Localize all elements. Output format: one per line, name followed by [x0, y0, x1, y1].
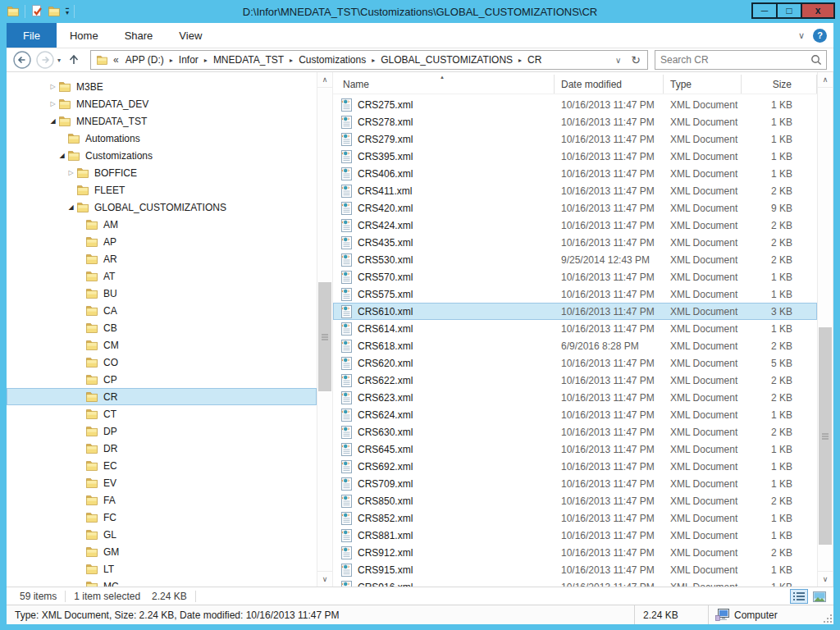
resize-grip[interactable]: [823, 614, 833, 623]
tree-item[interactable]: AR: [7, 250, 317, 267]
breadcrumb-separator-icon[interactable]: ▸: [369, 57, 377, 64]
tab-home[interactable]: Home: [57, 23, 112, 48]
search-input[interactable]: [655, 51, 806, 69]
tree-item[interactable]: ▷ M3BE: [7, 78, 317, 95]
file-row[interactable]: CRS530.xml 9/25/2014 12:43 PM XML Docume…: [333, 251, 817, 268]
back-button[interactable]: [13, 51, 31, 69]
tree-scrollbar[interactable]: ∧ ∨: [317, 72, 333, 587]
file-row[interactable]: CRS275.xml 10/16/2013 11:47 PM XML Docum…: [333, 96, 817, 113]
file-row[interactable]: CRS278.xml 10/16/2013 11:47 PM XML Docum…: [333, 113, 817, 130]
tree-item[interactable]: FA: [7, 491, 317, 509]
tree-item[interactable]: AM: [7, 216, 317, 233]
tree-item[interactable]: CO: [7, 354, 317, 371]
file-row[interactable]: CRS279.xml 10/16/2013 11:47 PM XML Docum…: [333, 130, 817, 148]
breadcrumb-item[interactable]: CR: [524, 54, 545, 66]
breadcrumb-separator-icon[interactable]: ▸: [516, 57, 524, 64]
address-bar[interactable]: « APP (D:) ▸ Infor ▸ MNEDATA_TST ▸: [90, 50, 648, 70]
breadcrumb-item[interactable]: MNEDATA_TST: [210, 54, 287, 66]
help-icon[interactable]: ?: [813, 29, 827, 43]
tab-view[interactable]: View: [166, 23, 215, 48]
file-row[interactable]: CRS435.xml 10/16/2013 11:47 PM XML Docum…: [333, 234, 817, 251]
scroll-up-icon[interactable]: ∧: [818, 72, 833, 88]
file-row[interactable]: CRS624.xml 10/16/2013 11:47 PM XML Docum…: [333, 406, 817, 423]
tree-item[interactable]: CM: [7, 336, 317, 354]
expander-icon[interactable]: ◢: [57, 147, 67, 164]
expander-icon[interactable]: ◢: [48, 112, 58, 130]
file-row[interactable]: CRS620.xml 10/16/2013 11:47 PM XML Docum…: [333, 354, 817, 372]
file-row[interactable]: CRS406.xml 10/16/2013 11:47 PM XML Docum…: [333, 165, 817, 182]
tree-item[interactable]: EV: [7, 474, 317, 491]
tree-item[interactable]: DR: [7, 440, 317, 457]
tree-item[interactable]: ▷ BOFFICE: [7, 164, 317, 181]
file-row[interactable]: CRS630.xml 10/16/2013 11:47 PM XML Docum…: [333, 423, 817, 441]
file-row[interactable]: CRS570.xml 10/16/2013 11:47 PM XML Docum…: [333, 268, 817, 285]
file-scrollbar-thumb[interactable]: [819, 327, 832, 545]
file-row[interactable]: CRS912.xml 10/16/2013 11:47 PM XML Docum…: [333, 544, 817, 561]
file-row[interactable]: CRS852.xml 10/16/2013 11:47 PM XML Docum…: [333, 509, 817, 527]
breadcrumb-separator-icon[interactable]: ▸: [167, 57, 176, 64]
breadcrumb-item[interactable]: Infor: [176, 54, 202, 66]
file-row[interactable]: CRS881.xml 10/16/2013 11:47 PM XML Docum…: [333, 527, 817, 544]
expander-icon[interactable]: ▷: [48, 78, 58, 95]
file-row[interactable]: CRS411.xml 10/16/2013 11:47 PM XML Docum…: [333, 182, 817, 199]
tree-item[interactable]: CP: [7, 371, 317, 388]
column-header-size[interactable]: Size: [742, 75, 817, 94]
tab-share[interactable]: Share: [112, 23, 167, 48]
breadcrumb-overflow-icon[interactable]: «: [108, 54, 122, 66]
tree-item[interactable]: CR: [7, 388, 317, 405]
details-view-button[interactable]: [790, 589, 808, 604]
tree-item[interactable]: FLEET: [7, 181, 317, 199]
breadcrumb-item[interactable]: APP (D:): [122, 54, 167, 66]
new-folder-button-icon[interactable]: [48, 6, 61, 17]
scroll-down-icon[interactable]: ∨: [317, 571, 332, 587]
ribbon-collapse-icon[interactable]: ∨: [798, 30, 805, 41]
file-row[interactable]: CRS645.xml 10/16/2013 11:47 PM XML Docum…: [333, 441, 817, 458]
minimize-button[interactable]: ─: [753, 4, 778, 17]
tab-file[interactable]: File: [7, 23, 57, 48]
file-row[interactable]: CRS395.xml 10/16/2013 11:47 PM XML Docum…: [333, 148, 817, 165]
expander-icon[interactable]: ▷: [66, 164, 76, 181]
tree-item[interactable]: CB: [7, 319, 317, 336]
properties-button-icon[interactable]: [30, 5, 43, 18]
close-button[interactable]: x: [802, 4, 833, 17]
tree-item[interactable]: ◢ MNEDATA_TST: [7, 112, 317, 130]
expander-icon[interactable]: ▷: [48, 95, 58, 112]
scroll-up-icon[interactable]: ∧: [317, 72, 332, 88]
up-button[interactable]: [64, 53, 84, 66]
file-list-scrollbar[interactable]: ∧ ∨: [817, 72, 833, 587]
tree-item[interactable]: ▷ MNEDATA_DEV: [7, 95, 317, 112]
search-icon[interactable]: [806, 54, 826, 66]
file-row[interactable]: CRS575.xml 10/16/2013 11:47 PM XML Docum…: [333, 285, 817, 303]
scroll-down-icon[interactable]: ∨: [818, 571, 833, 587]
recent-locations-dropdown-icon[interactable]: ▾: [57, 57, 61, 64]
column-header-type[interactable]: Type: [664, 75, 742, 94]
tree-item[interactable]: ◢ GLOBAL_CUSTOMIZATIONS: [7, 199, 317, 216]
tree-scrollbar-thumb[interactable]: [318, 282, 331, 391]
tree-item[interactable]: GL: [7, 526, 317, 543]
large-icons-view-button[interactable]: [810, 589, 829, 604]
file-row[interactable]: CRS610.xml 10/16/2013 11:47 PM XML Docum…: [333, 303, 817, 320]
file-row[interactable]: CRS916.xml 10/16/2013 11:47 PM XML Docum…: [333, 578, 817, 587]
tree-item[interactable]: LT: [7, 560, 317, 578]
tree-item[interactable]: AT: [7, 267, 317, 285]
tree-item[interactable]: DP: [7, 422, 317, 440]
tree-item[interactable]: BU: [7, 285, 317, 302]
maximize-button[interactable]: □: [778, 4, 802, 17]
tree-item[interactable]: ◢ Customizations: [7, 147, 317, 164]
explorer-folder-icon[interactable]: [7, 6, 20, 17]
tree-item[interactable]: CA: [7, 302, 317, 319]
file-row[interactable]: CRS614.xml 10/16/2013 11:47 PM XML Docum…: [333, 320, 817, 337]
tree-item[interactable]: Automations: [7, 130, 317, 147]
file-row[interactable]: CRS692.xml 10/16/2013 11:47 PM XML Docum…: [333, 458, 817, 475]
address-folder-icon[interactable]: [96, 55, 108, 66]
file-row[interactable]: CRS618.xml 6/9/2016 8:28 PM XML Document…: [333, 337, 817, 354]
tree-item[interactable]: AP: [7, 233, 317, 250]
forward-button[interactable]: [36, 51, 54, 69]
file-row[interactable]: CRS850.xml 10/16/2013 11:47 PM XML Docum…: [333, 492, 817, 509]
tree-item[interactable]: FC: [7, 509, 317, 526]
file-row[interactable]: CRS622.xml 10/16/2013 11:47 PM XML Docum…: [333, 372, 817, 389]
expander-icon[interactable]: ◢: [66, 199, 76, 216]
tree-item[interactable]: GM: [7, 543, 317, 560]
breadcrumb-separator-icon[interactable]: ▸: [287, 57, 295, 64]
column-header-date-modified[interactable]: Date modified: [555, 75, 664, 94]
